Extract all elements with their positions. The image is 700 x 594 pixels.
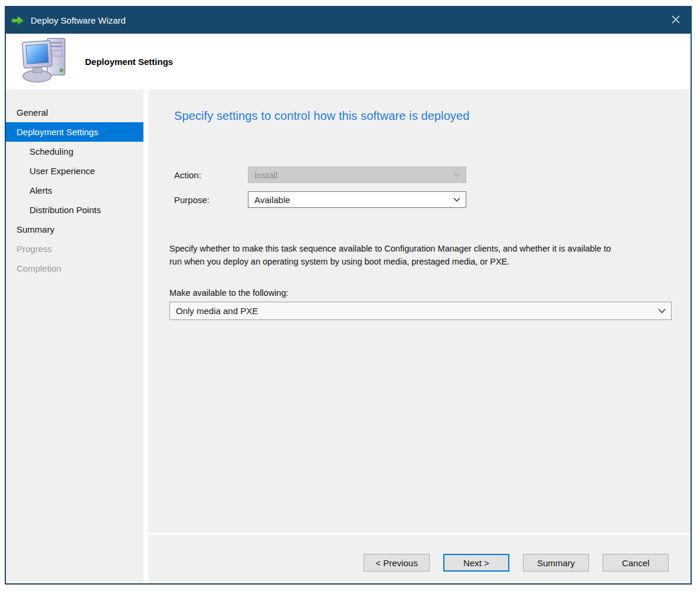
sidebar-item-distribution-points[interactable]: Distribution Points [6,200,143,220]
action-field-row: Action: Install [174,167,672,183]
description-line-2: run when you deploy an operating system … [169,255,672,268]
deployment-settings-form: Action: Install Purpose: Available [169,167,672,208]
description-line-1: Specify whether to make this task sequen… [169,242,672,255]
title-bar: Deploy Software Wizard [6,7,691,34]
chevron-down-icon [453,197,460,202]
sidebar-item-deployment-settings[interactable]: Deployment Settings [6,122,143,142]
chevron-down-icon [453,172,460,177]
wizard-header: Deployment Settings [6,34,691,90]
purpose-value: Available [254,195,290,205]
window-title: Deploy Software Wizard [31,15,126,25]
sidebar-item-general[interactable]: General [6,103,143,122]
close-icon [670,14,681,27]
make-available-label: Make available to the following: [169,288,672,298]
deploy-software-wizard-window: Deploy Software Wizard [5,6,692,585]
sidebar-item-user-experience[interactable]: User Experience [6,161,143,181]
wizard-button-bar: < Previous Next > Summary Cancel [148,535,691,583]
wizard-body: General Deployment Settings Scheduling U… [6,90,691,583]
wizard-steps-sidebar: General Deployment Settings Scheduling U… [6,90,143,583]
make-available-select[interactable]: Only media and PXE [169,302,672,320]
sidebar-item-scheduling[interactable]: Scheduling [6,142,143,161]
sidebar-item-alerts[interactable]: Alerts [6,181,143,200]
next-button[interactable]: Next > [443,554,509,572]
close-button[interactable] [667,12,685,30]
content-column: Specify settings to control how this sof… [148,90,691,583]
header-title: Deployment Settings [85,57,173,67]
page-title: Specify settings to control how this sof… [174,109,672,123]
summary-button[interactable]: Summary [523,554,589,572]
chevron-down-icon [658,308,666,314]
sidebar-item-progress: Progress [6,239,143,259]
purpose-field-row: Purpose: Available [174,191,672,208]
action-label: Action: [174,170,248,180]
purpose-label: Purpose: [174,195,248,205]
purpose-select[interactable]: Available [248,191,466,208]
sidebar-item-summary[interactable]: Summary [6,220,143,239]
description-text: Specify whether to make this task sequen… [169,242,672,268]
content-panel: Specify settings to control how this sof… [148,90,691,533]
cancel-button[interactable]: Cancel [603,554,669,572]
action-select: Install [248,167,466,183]
action-value: Install [254,170,277,180]
previous-button[interactable]: < Previous [364,554,430,572]
computer-icon [21,36,70,88]
make-available-value: Only media and PXE [176,306,258,316]
sidebar-content-divider [143,90,148,583]
wizard-green-arrow-icon [11,14,25,28]
sidebar-item-completion: Completion [6,259,143,278]
